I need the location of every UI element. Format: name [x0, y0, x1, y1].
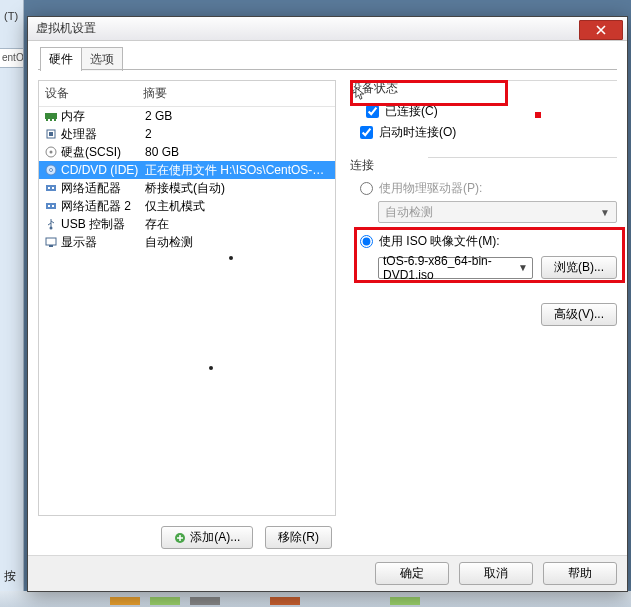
svg-rect-12 — [52, 187, 54, 189]
device-row[interactable]: 网络适配器桥接模式(自动) — [39, 179, 335, 197]
svg-rect-17 — [46, 238, 56, 245]
taskbar-item — [110, 597, 140, 605]
bg-left-strip: (T) entOS — [0, 0, 24, 607]
dialog-footer: 确定 取消 帮助 — [28, 555, 627, 591]
device-summary: 桥接模式(自动) — [141, 180, 331, 197]
device-summary: 存在 — [141, 216, 331, 233]
device-row[interactable]: 硬盘(SCSI)80 GB — [39, 143, 335, 161]
device-name: 网络适配器 — [61, 180, 141, 197]
connect-on-poweron-row: 启动时连接(O) — [360, 124, 617, 141]
help-button[interactable]: 帮助 — [543, 562, 617, 585]
taskbar-item — [270, 597, 300, 605]
window-title: 虚拟机设置 — [36, 20, 579, 37]
device-name: 显示器 — [61, 234, 141, 251]
device-name: CD/DVD (IDE) — [61, 163, 141, 177]
svg-point-9 — [50, 169, 53, 172]
svg-rect-0 — [45, 113, 57, 119]
device-summary: 80 GB — [141, 145, 331, 159]
device-name: 内存 — [61, 108, 141, 125]
svg-point-7 — [50, 151, 53, 154]
nic-icon — [43, 199, 59, 213]
browse-button-label: 浏览(B)... — [554, 259, 604, 276]
svg-rect-2 — [50, 119, 52, 121]
advanced-button[interactable]: 高级(V)... — [541, 303, 617, 326]
device-summary: 自动检测 — [141, 234, 331, 251]
display-icon — [43, 235, 59, 249]
physical-drive-combo: 自动检测 ▼ — [378, 201, 617, 223]
close-icon — [596, 25, 606, 35]
cancel-button[interactable]: 取消 — [459, 562, 533, 585]
help-button-label: 帮助 — [568, 565, 592, 582]
svg-rect-18 — [49, 245, 53, 247]
device-rows: 内存2 GB处理器2硬盘(SCSI)80 GBCD/DVD (IDE)正在使用文… — [39, 107, 335, 251]
device-row[interactable]: 处理器2 — [39, 125, 335, 143]
use-physical-radio[interactable] — [360, 182, 373, 195]
device-name: 处理器 — [61, 126, 141, 143]
taskbar-item — [190, 597, 220, 605]
physical-drive-value: 自动检测 — [385, 204, 433, 221]
usb-icon — [43, 217, 59, 231]
tab-hardware[interactable]: 硬件 — [40, 47, 82, 71]
device-row[interactable]: CD/DVD (IDE)正在使用文件 H:\ISOs\CentOS-6.9-..… — [39, 161, 335, 179]
connect-on-poweron-label[interactable]: 启动时连接(O) — [379, 124, 456, 141]
chevron-down-icon: ▼ — [518, 262, 528, 273]
vm-settings-dialog: 虚拟机设置 硬件 选项 设备 摘要 内存2 GB处理器2硬盘(SCSI)80 G… — [27, 16, 628, 592]
device-row[interactable]: 显示器自动检测 — [39, 233, 335, 251]
nic-icon — [43, 181, 59, 195]
annotation-dot-red — [535, 112, 541, 118]
use-iso-radio[interactable] — [360, 235, 373, 248]
group-connection: 连接 使用物理驱动器(P): 自动检测 ▼ — [350, 157, 617, 279]
add-button-label: 添加(A)... — [190, 529, 240, 546]
taskbar-item — [150, 597, 180, 605]
tab-options[interactable]: 选项 — [81, 47, 123, 71]
device-row[interactable]: 内存2 GB — [39, 107, 335, 125]
bg-tab-centos: entOS — [0, 48, 24, 68]
use-physical-label[interactable]: 使用物理驱动器(P): — [379, 180, 482, 197]
iso-file-value: tOS-6.9-x86_64-bin-DVD1.iso — [383, 254, 518, 282]
annotation-dot — [209, 366, 213, 370]
connected-checkbox[interactable] — [366, 105, 379, 118]
device-name: USB 控制器 — [61, 216, 141, 233]
device-summary: 正在使用文件 H:\ISOs\CentOS-6.9-... — [141, 162, 331, 179]
connect-on-poweron-checkbox[interactable] — [360, 126, 373, 139]
device-summary: 2 — [141, 127, 331, 141]
device-summary: 2 GB — [141, 109, 331, 123]
device-list[interactable]: 设备 摘要 内存2 GB处理器2硬盘(SCSI)80 GBCD/DVD (IDE… — [38, 80, 336, 516]
bg-an-fragment: 按 — [4, 568, 16, 585]
add-button[interactable]: 添加(A)... — [161, 526, 253, 549]
svg-rect-15 — [52, 205, 54, 207]
remove-button-label: 移除(R) — [278, 529, 319, 546]
use-iso-label[interactable]: 使用 ISO 映像文件(M): — [379, 233, 500, 250]
device-name: 硬盘(SCSI) — [61, 144, 141, 161]
iso-file-combo[interactable]: tOS-6.9-x86_64-bin-DVD1.iso ▼ — [378, 257, 533, 279]
dialog-body: 硬件 选项 设备 摘要 内存2 GB处理器2硬盘(SCSI)80 GBCD/DV… — [28, 41, 627, 555]
taskbar-item — [390, 597, 420, 605]
memory-icon — [43, 109, 59, 123]
svg-point-16 — [50, 227, 53, 230]
connection-title: 连接 — [350, 157, 374, 174]
group-device-status: 设备状态 已连接(C) 启动时连接(O) — [350, 80, 617, 145]
connected-row: 已连接(C) — [366, 103, 617, 120]
plus-icon — [174, 532, 186, 544]
svg-rect-1 — [46, 119, 48, 121]
use-physical-row: 使用物理驱动器(P): — [360, 180, 617, 197]
titlebar: 虚拟机设置 — [28, 17, 627, 41]
ok-button-label: 确定 — [400, 565, 424, 582]
browse-button[interactable]: 浏览(B)... — [541, 256, 617, 279]
hardware-panel: 设备 摘要 内存2 GB处理器2硬盘(SCSI)80 GBCD/DVD (IDE… — [38, 69, 617, 549]
close-button[interactable] — [579, 20, 623, 40]
device-row[interactable]: USB 控制器存在 — [39, 215, 335, 233]
ok-button[interactable]: 确定 — [375, 562, 449, 585]
remove-button[interactable]: 移除(R) — [265, 526, 332, 549]
disk-icon — [43, 145, 59, 159]
svg-rect-11 — [48, 187, 50, 189]
advanced-row: 高级(V)... — [350, 303, 617, 326]
left-buttons: 添加(A)... 移除(R) — [38, 526, 336, 549]
annotation-dot — [229, 256, 233, 260]
chevron-down-icon: ▼ — [600, 207, 610, 218]
device-row[interactable]: 网络适配器 2仅主机模式 — [39, 197, 335, 215]
col-summary: 摘要 — [137, 81, 335, 106]
connected-label[interactable]: 已连接(C) — [385, 103, 438, 120]
cursor-icon — [355, 87, 369, 101]
bg-taskbar — [0, 591, 631, 607]
